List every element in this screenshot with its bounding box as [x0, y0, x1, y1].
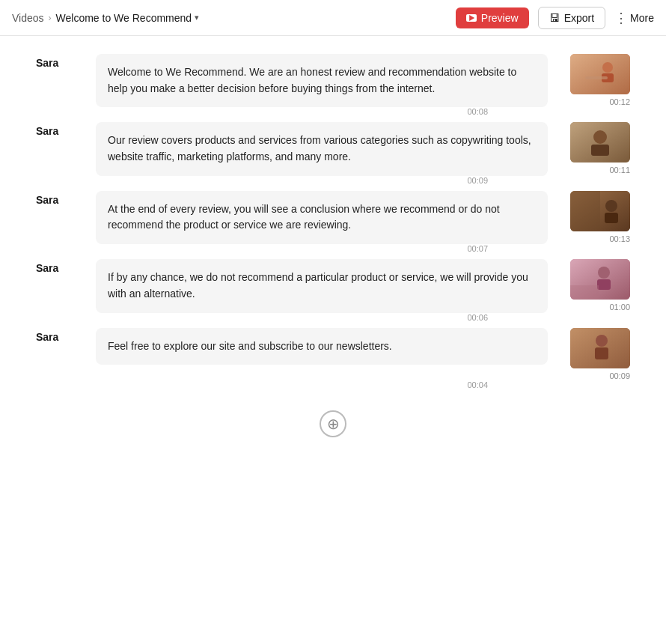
- scene-timestamp-thumb-5: 00:09: [609, 371, 630, 380]
- scene-timestamp-thumb-4: 01:00: [609, 303, 630, 312]
- header: Videos › Welcome to We Recommend ▾ Previ…: [0, 0, 666, 36]
- more-dots-icon: ⋮: [614, 10, 627, 26]
- preview-play-icon: [466, 14, 477, 22]
- svg-rect-18: [570, 285, 599, 300]
- add-scene-row: ⊕: [36, 395, 630, 437]
- scene-inner-3: Sara At the end of every review, you wil…: [36, 191, 630, 244]
- svg-point-21: [596, 335, 608, 347]
- scene-block-1: Sara Welcome to We Recommend. We are an …: [36, 54, 630, 122]
- add-scene-button[interactable]: ⊕: [320, 410, 346, 437]
- breadcrumb: Videos › Welcome to We Recommend ▾: [12, 12, 199, 24]
- scene-speaker-1: Sara: [36, 54, 96, 69]
- scene-right-4: 01:00: [563, 259, 630, 312]
- more-label: More: [630, 12, 654, 24]
- svg-rect-17: [597, 279, 611, 290]
- breadcrumb-current: Welcome to We Recommend ▾: [56, 12, 200, 24]
- scene-text-1[interactable]: Welcome to We Recommend. We are an hones…: [96, 54, 548, 107]
- scene-speaker-3: Sara: [36, 191, 96, 206]
- chevron-down-icon[interactable]: ▾: [195, 13, 199, 22]
- scene-text-3[interactable]: At the end of every review, you will see…: [96, 191, 548, 244]
- export-icon: 🖫: [549, 12, 560, 24]
- scene-timestamp-bottom-2: 00:09: [36, 176, 570, 191]
- breadcrumb-current-label: Welcome to We Recommend: [56, 12, 192, 24]
- scene-block-3: Sara At the end of every review, you wil…: [36, 191, 630, 259]
- scene-right-2: 00:11: [563, 122, 630, 174]
- export-button[interactable]: 🖫 Export: [538, 7, 605, 29]
- scene-speaker-2: Sara: [36, 122, 96, 137]
- svg-point-11: [605, 200, 617, 212]
- scenes-list: Sara Welcome to We Recommend. We are an …: [36, 54, 630, 395]
- scene-timestamp-bottom-5: 00:04: [36, 380, 570, 395]
- scene-inner-2: Sara Our review covers products and serv…: [36, 122, 630, 175]
- scene-thumbnail-4[interactable]: [570, 259, 630, 300]
- svg-point-16: [598, 267, 610, 279]
- scene-block-5: Sara Feel free to explore our site and s…: [36, 328, 630, 395]
- svg-rect-8: [591, 145, 609, 156]
- scene-thumbnail-1[interactable]: [570, 54, 630, 94]
- scene-block-4: Sara If by any chance, we do not recomme…: [36, 259, 630, 327]
- svg-rect-1: [570, 54, 630, 94]
- scene-inner-1: Sara Welcome to We Recommend. We are an …: [36, 54, 630, 107]
- scene-thumbnail-3[interactable]: [570, 191, 630, 231]
- scene-text-5[interactable]: Feel free to explore our site and subscr…: [96, 328, 548, 365]
- plus-icon: ⊕: [327, 415, 340, 433]
- scene-inner-4: Sara If by any chance, we do not recomme…: [36, 259, 630, 312]
- export-label: Export: [564, 12, 594, 24]
- breadcrumb-videos-link[interactable]: Videos: [12, 12, 44, 24]
- scene-speaker-5: Sara: [36, 328, 96, 343]
- scene-right-3: 00:13: [563, 191, 630, 243]
- preview-label: Preview: [481, 12, 519, 24]
- scene-inner-5: Sara Feel free to explore our site and s…: [36, 328, 630, 380]
- scene-text-2[interactable]: Our review covers products and services …: [96, 122, 548, 175]
- scene-right-5: 00:09: [563, 328, 630, 380]
- main-content: Sara Welcome to We Recommend. We are an …: [0, 36, 666, 473]
- scene-speaker-4: Sara: [36, 259, 96, 274]
- svg-rect-13: [570, 191, 600, 231]
- breadcrumb-separator: ›: [49, 13, 52, 23]
- scene-timestamp-bottom-3: 00:07: [36, 244, 570, 259]
- svg-rect-4: [585, 76, 608, 79]
- scene-timestamp-thumb-2: 00:11: [609, 165, 630, 174]
- svg-point-2: [602, 62, 613, 73]
- scene-right-1: 00:12: [563, 54, 630, 106]
- scene-block-2: Sara Our review covers products and serv…: [36, 122, 630, 190]
- scene-timestamp-bottom-1: 00:08: [36, 107, 570, 122]
- scene-timestamp-thumb-1: 00:12: [609, 97, 630, 106]
- scene-text-4[interactable]: If by any chance, we do not recommend a …: [96, 259, 548, 312]
- scene-timestamp-bottom-4: 00:06: [36, 313, 570, 328]
- scene-thumbnail-5[interactable]: [570, 328, 630, 368]
- scene-timestamp-thumb-3: 00:13: [609, 234, 630, 243]
- svg-rect-12: [605, 213, 618, 223]
- svg-rect-22: [595, 347, 608, 359]
- svg-point-7: [593, 130, 607, 144]
- more-button[interactable]: ⋮ More: [614, 10, 654, 26]
- preview-button[interactable]: Preview: [456, 7, 529, 28]
- header-actions: Preview 🖫 Export ⋮ More: [456, 7, 654, 29]
- scene-thumbnail-2[interactable]: [570, 122, 630, 162]
